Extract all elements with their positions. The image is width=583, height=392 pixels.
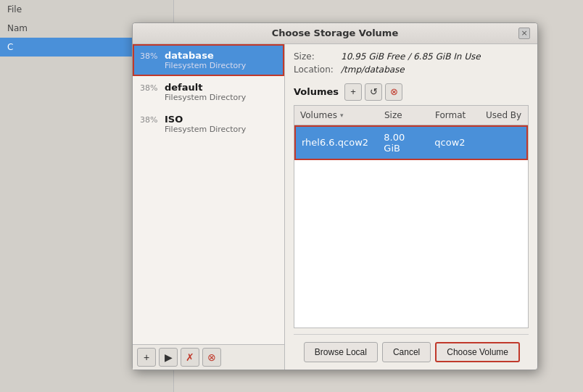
left-panel: 38% database Filesystem Directory 38% de… <box>133 44 285 370</box>
td-volumes: rhel6.6.qcow2 <box>296 135 378 149</box>
left-delete-button[interactable]: ✗ <box>181 348 199 367</box>
table-row[interactable]: rhel6.6.qcow2 8.00 GiB qcow2 <box>294 125 528 160</box>
left-toolbar: + ▶ ✗ ⊗ <box>133 344 284 370</box>
volumes-delete-button[interactable]: ⊗ <box>385 83 402 101</box>
location-value: /tmp/database <box>341 64 405 75</box>
item-subtext: Filesystem Directory <box>165 93 246 102</box>
size-value: 10.95 GiB Free / 6.85 GiB In Use <box>341 51 481 62</box>
item-name: default <box>165 82 246 93</box>
item-percent: 38% <box>140 82 160 93</box>
browse-local-button[interactable]: Browse Local <box>304 342 378 362</box>
th-volumes: Volumes ▾ <box>294 109 379 122</box>
storage-list: 38% database Filesystem Directory 38% de… <box>133 44 284 140</box>
choose-storage-dialog: Choose Storage Volume × 38% database Fil… <box>132 22 538 370</box>
app-behind-file-label: File <box>7 4 22 14</box>
th-size: Size <box>379 109 429 122</box>
storage-item-database[interactable]: 38% database Filesystem Directory <box>133 44 284 76</box>
table-header: Volumes ▾ Size Format Used By <box>294 106 528 125</box>
left-add-button[interactable]: + <box>137 348 156 367</box>
app-behind-file: File <box>0 0 173 19</box>
cancel-button[interactable]: Cancel <box>382 342 431 362</box>
volumes-toolbar: Volumes + ↺ ⊗ <box>294 83 529 101</box>
location-info-row: Location: /tmp/database <box>294 64 529 75</box>
table-body: rhel6.6.qcow2 8.00 GiB qcow2 <box>294 125 528 314</box>
storage-item-iso[interactable]: 38% ISO Filesystem Directory <box>133 108 284 140</box>
volumes-table: Volumes ▾ Size Format Used By rhel6.6.qc… <box>294 105 529 328</box>
dialog-footer: Browse Local Cancel Choose Volume <box>294 334 529 370</box>
volumes-add-button[interactable]: + <box>344 83 362 101</box>
left-stop-button[interactable]: ⊗ <box>202 348 221 367</box>
td-format: qcow2 <box>429 135 479 149</box>
location-label: Location: <box>294 64 341 75</box>
right-panel: Size: 10.95 GiB Free / 6.85 GiB In Use L… <box>285 44 537 370</box>
volumes-sort-arrow: ▾ <box>340 112 344 119</box>
dialog-title: Choose Storage Volume <box>152 28 518 38</box>
storage-item-default[interactable]: 38% default Filesystem Directory <box>133 76 284 108</box>
th-usedby: Used By <box>480 109 528 122</box>
item-subtext: Filesystem Directory <box>165 61 246 70</box>
item-percent: 38% <box>140 114 160 125</box>
size-info-row: Size: 10.95 GiB Free / 6.85 GiB In Use <box>294 51 529 62</box>
choose-volume-button[interactable]: Choose Volume <box>435 342 520 362</box>
app-behind-c-label: C <box>7 42 13 52</box>
item-name: database <box>165 50 246 61</box>
dialog-titlebar: Choose Storage Volume × <box>133 23 537 44</box>
td-size: 8.00 GiB <box>378 130 429 155</box>
th-format: Format <box>429 109 480 122</box>
item-percent: 38% <box>140 50 160 61</box>
size-label: Size: <box>294 51 341 62</box>
left-play-button[interactable]: ▶ <box>159 348 178 367</box>
dialog-body: 38% database Filesystem Directory 38% de… <box>133 44 537 370</box>
app-behind-nam-label: Nam <box>7 23 28 33</box>
item-subtext: Filesystem Directory <box>165 125 246 134</box>
volumes-refresh-button[interactable]: ↺ <box>365 83 382 101</box>
volumes-label: Volumes <box>294 86 339 97</box>
close-button[interactable]: × <box>518 28 530 39</box>
td-usedby <box>479 141 526 144</box>
item-name: ISO <box>165 114 246 125</box>
